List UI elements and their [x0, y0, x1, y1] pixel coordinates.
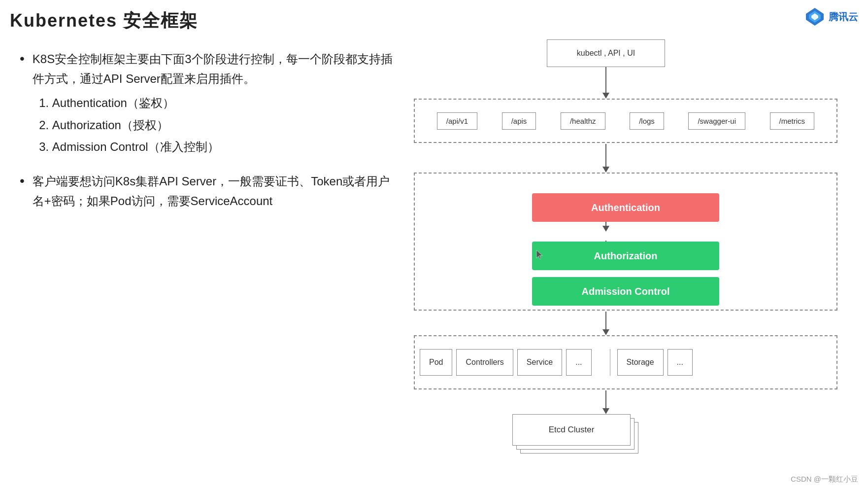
resources-box: Pod Controllers Service ... Storage ... [414, 335, 837, 389]
resource-controllers: Controllers [456, 349, 513, 376]
bullet-dot-1: • [20, 48, 25, 69]
page-title: Kubernetes 安全框架 [10, 9, 198, 33]
bullet-text-2: 客户端要想访问K8s集群API Server，一般需要证书、Token或者用户名… [33, 172, 394, 210]
logo-area: 腾讯云 [805, 7, 858, 27]
cursor-icon [534, 249, 545, 260]
security-box: Authentication Authorization Admission C… [414, 173, 837, 311]
api-endpoint-1: /apis [502, 112, 536, 130]
api-endpoint-5: /metrics [770, 112, 815, 130]
api-endpoints-box: /api/v1 /apis /healthz /logs /swagger-ui… [414, 99, 837, 143]
kubectl-box: kubectl , API , UI [547, 39, 665, 67]
list-item-2: Authorization（授权） [52, 114, 394, 136]
api-endpoint-4: /swagger-ui [688, 112, 745, 130]
svg-marker-6 [602, 167, 609, 173]
bullet-2: • 客户端要想访问K8s集群API Server，一般需要证书、Token或者用… [20, 172, 394, 210]
diagram-area: kubectl , API , UI /api/v1 /apis /health… [414, 39, 847, 463]
bullet-1: • K8S安全控制框架主要由下面3个阶段进行控制，每一个阶段都支持插件方式，通过… [20, 49, 394, 158]
authentication-label: Authentication [591, 202, 660, 213]
left-content: • K8S安全控制框架主要由下面3个阶段进行控制，每一个阶段都支持插件方式，通过… [20, 49, 394, 225]
authorization-box: Authorization [532, 242, 719, 270]
resource-pod: Pod [420, 349, 452, 376]
svg-marker-12 [602, 329, 609, 335]
bullet-text-1: K8S安全控制框架主要由下面3个阶段进行控制，每一个阶段都支持插件方式，通过AP… [33, 52, 393, 85]
logo-icon [805, 7, 825, 27]
resource-service: Service [517, 349, 562, 376]
bullet-dot-2: • [20, 171, 25, 191]
watermark: CSDN @一颗红小豆 [791, 475, 858, 484]
api-endpoint-3: /logs [630, 112, 664, 130]
list-item-1: Authentication（鉴权） [52, 92, 394, 114]
resource-dots2: ... [668, 349, 693, 376]
admission-box: Admission Control [532, 277, 719, 306]
api-endpoint-2: /healthz [561, 112, 605, 130]
authorization-label: Authorization [594, 250, 658, 262]
numbered-list: Authentication（鉴权） Authorization（授权） Adm… [42, 92, 394, 158]
api-endpoint-0: /api/v1 [437, 112, 477, 130]
svg-marker-4 [602, 93, 609, 99]
svg-marker-14 [602, 408, 609, 414]
etcd-box-front: Etcd Cluster [512, 414, 631, 446]
resource-dots1: ... [566, 349, 591, 376]
etcd-label: Etcd Cluster [549, 425, 595, 435]
authentication-box: Authentication [532, 193, 719, 222]
list-item-3: Admission Control（准入控制） [52, 136, 394, 158]
resource-storage: Storage [617, 349, 664, 376]
admission-label: Admission Control [582, 286, 670, 297]
logo-text: 腾讯云 [829, 10, 858, 24]
